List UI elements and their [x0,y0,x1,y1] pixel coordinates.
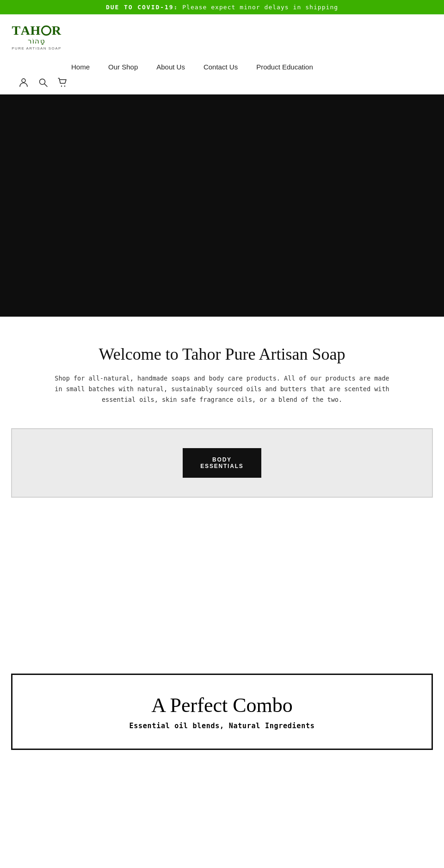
icon-bar [11,75,433,94]
nav-product-education[interactable]: Product Education [256,63,313,71]
body-essentials-section: BODYESSENTIALS [11,428,433,498]
nav-our-shop[interactable]: Our Shop [108,63,138,71]
spacer-2 [0,750,444,868]
nav-about-us[interactable]: About Us [156,63,185,71]
announcement-message: Please expect minor delays in shipping [182,4,338,11]
announcement-bar: DUE TO COVID-19: Please expect minor del… [0,0,444,14]
logo[interactable]: T A H R טָהוֹר PURE ARTISAN SOAP [11,20,62,55]
main-nav: Home Our Shop About Us Contact Us Produc… [11,58,433,75]
logo-hebrew: טָהוֹר [28,37,45,45]
logo-subtitle: PURE ARTISAN SOAP [12,46,61,50]
nav-contact-us[interactable]: Contact Us [204,63,238,71]
logo-area: T A H R טָהוֹר PURE ARTISAN SOAP [11,20,433,55]
account-icon[interactable] [18,77,29,90]
welcome-heading: Welcome to Tahor Pure Artisan Soap [37,344,407,364]
hero-video [0,94,444,317]
announcement-prefix: DUE TO COVID-19: [106,4,178,11]
svg-point-4 [64,86,65,87]
logo-o-icon [41,25,51,36]
perfect-combo-section: A Perfect Combo Essential oil blends, Na… [11,674,433,750]
perfect-combo-subheading: Essential oil blends, Natural Ingredient… [26,722,418,730]
header: T A H R טָהוֹר PURE ARTISAN SOAP [0,14,444,94]
perfect-combo-heading: A Perfect Combo [26,693,418,717]
body-essentials-button[interactable]: BODYESSENTIALS [183,448,261,478]
welcome-body: Shop for all-natural, handmade soaps and… [51,373,393,405]
welcome-section: Welcome to Tahor Pure Artisan Soap Shop … [0,317,444,428]
svg-point-3 [61,86,62,87]
nav-home[interactable]: Home [71,63,90,71]
search-icon[interactable] [38,77,48,90]
cart-icon[interactable] [57,77,68,90]
spacer-1 [0,498,444,674]
svg-line-2 [44,84,47,87]
svg-point-0 [22,79,25,82]
